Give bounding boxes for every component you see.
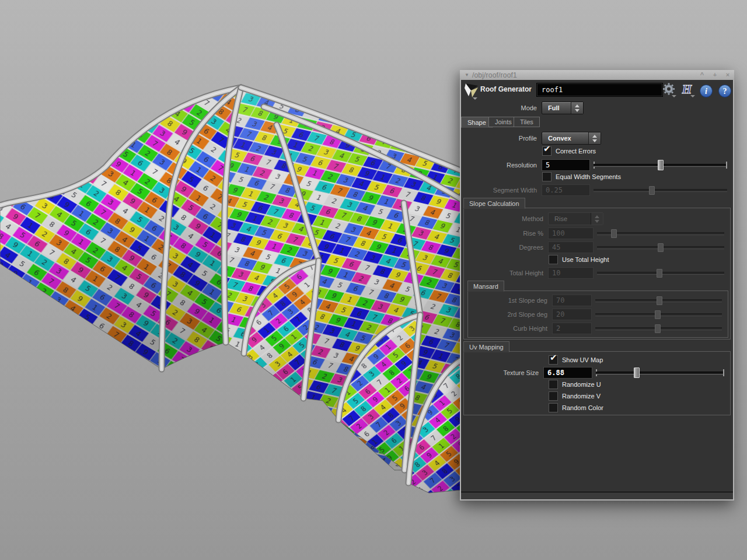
method-value: Rise (549, 213, 591, 225)
texture-size-field[interactable]: 6.88 (543, 367, 592, 379)
mode-value: Full (542, 102, 571, 114)
first-slope-slider[interactable] (595, 295, 722, 306)
total-height-row: Total Height 10 (464, 267, 728, 279)
parameter-panel: Roof Generator roof1 H (461, 80, 733, 492)
use-total-height-checkbox[interactable]: ✔ (549, 255, 558, 264)
show-uv-label: Show UV Map (562, 356, 603, 363)
curb-height-field[interactable]: 2 (552, 323, 592, 334)
info-icon[interactable]: i (699, 84, 713, 98)
node-type-label: Roof Generator (480, 85, 532, 93)
rise-label: Rise % (464, 230, 543, 237)
correct-errors-label: Correct Errors (556, 148, 596, 155)
tab-tiles[interactable]: Tiles (514, 117, 540, 127)
mode-label: Mode (461, 104, 537, 111)
uv-mapping-group: ✔ Show UV Map Texture Size 6.88 ✔ Random… (463, 351, 731, 415)
random-color-label: Random Color (562, 404, 603, 411)
segment-width-field[interactable]: 0.25 (542, 184, 590, 196)
slope-calculation-group: Method Rise Rise % 100 Degrees 45 (463, 208, 731, 340)
titlebar-collapse-icon[interactable]: ▼ (465, 72, 469, 78)
first-slope-field[interactable]: 70 (552, 295, 592, 306)
first-slope-label: 1st Slope deg (468, 297, 547, 304)
mode-row: Mode Full (461, 102, 731, 114)
correct-errors-checkbox[interactable]: ✔ (542, 146, 551, 156)
degrees-label: Degrees (464, 244, 543, 251)
degrees-row: Degrees 45 (464, 241, 728, 254)
correct-errors-row: ✔ Correct Errors (461, 146, 731, 156)
spinner-arrows-icon[interactable] (588, 132, 601, 144)
mansard-group-tab[interactable]: Mansard (467, 281, 504, 292)
segment-width-label: Segment Width (461, 187, 537, 194)
svg-text:i: i (705, 87, 707, 96)
degrees-field[interactable]: 45 (548, 242, 594, 253)
window-titlebar[interactable]: ▼ /obj/roof/roof1 ^ + × (460, 70, 734, 80)
second-slope-label: 2rd Slope deg (468, 311, 547, 318)
randomize-v-checkbox[interactable]: ✔ (549, 391, 558, 401)
method-dropdown[interactable]: Rise (548, 212, 603, 225)
close-button[interactable]: × (721, 71, 734, 79)
slider-handle[interactable] (634, 368, 640, 378)
mode-dropdown[interactable]: Full (542, 102, 584, 114)
use-total-height-row: ✔ Use Total Height (464, 255, 728, 264)
resolution-row: Resolution 5 (461, 159, 731, 172)
show-uv-checkbox[interactable]: ✔ (549, 355, 558, 365)
randomize-v-label: Randomize V (562, 393, 601, 400)
total-height-label: Total Height (464, 270, 543, 276)
tab-shape[interactable]: Shape (461, 117, 493, 128)
minimize-button[interactable]: ^ (696, 71, 708, 79)
curb-height-row: Curb Height 2 (468, 322, 725, 335)
profile-dropdown[interactable]: Convex (542, 132, 601, 145)
svg-text:H: H (682, 82, 692, 96)
segment-width-slider[interactable] (594, 184, 727, 196)
randomize-u-checkbox[interactable]: ✔ (549, 380, 558, 389)
texture-size-slider[interactable] (596, 367, 724, 379)
slider-handle[interactable] (658, 160, 664, 170)
rise-field[interactable]: 100 (548, 228, 594, 239)
profile-label: Profile (461, 135, 537, 142)
spinner-arrows-icon[interactable] (571, 102, 583, 114)
maximize-button[interactable]: + (708, 71, 721, 79)
rise-slider[interactable] (597, 228, 724, 239)
resolution-label: Resolution (461, 162, 537, 169)
curb-height-slider[interactable] (595, 323, 722, 334)
equal-width-row: ✔ Equal Width Segments (461, 172, 731, 181)
window-title: /obj/roof/roof1 (472, 71, 696, 79)
profile-value: Convex (542, 132, 588, 144)
method-row: Method Rise (464, 212, 728, 225)
equal-width-label: Equal Width Segments (556, 173, 621, 180)
randomize-v-row: ✔ Randomize V (464, 391, 728, 401)
second-slope-slider[interactable] (595, 309, 722, 320)
window-resize-strip[interactable] (461, 492, 733, 499)
random-color-checkbox[interactable]: ✔ (549, 403, 558, 412)
roof-generator-node-icon[interactable] (464, 82, 480, 100)
curb-height-label: Curb Height (468, 325, 547, 332)
gear-icon[interactable] (661, 82, 677, 99)
first-slope-row: 1st Slope deg 70 (468, 294, 725, 307)
node-name-field[interactable]: roof1 (537, 83, 662, 96)
uv-mapping-group-tab[interactable]: Uv Mapping (463, 341, 509, 352)
equal-width-checkbox[interactable]: ✔ (542, 172, 551, 181)
segment-width-row: Segment Width 0.25 (461, 184, 731, 197)
texture-size-label: Texture Size (464, 369, 539, 376)
use-total-height-label: Use Total Height (562, 256, 609, 263)
total-height-field[interactable]: 10 (548, 267, 594, 279)
second-slope-field[interactable]: 20 (552, 309, 592, 320)
houdini-logo-icon[interactable]: H (679, 82, 696, 99)
randomize-u-label: Randomize U (562, 381, 601, 388)
help-icon[interactable]: ? (718, 84, 732, 98)
resolution-field[interactable]: 5 (542, 159, 590, 171)
resolution-slider[interactable] (594, 159, 727, 171)
svg-text:?: ? (723, 87, 727, 96)
random-color-row: ✔ Random Color (464, 403, 728, 412)
profile-row: Profile Convex (461, 132, 731, 145)
show-uv-row: ✔ Show UV Map (464, 355, 728, 365)
method-label: Method (464, 215, 543, 222)
slope-calculation-group-tab[interactable]: Slope Calculation (463, 198, 525, 209)
degrees-slider[interactable] (597, 242, 724, 253)
total-height-slider[interactable] (597, 267, 724, 279)
node-header: Roof Generator roof1 H (461, 80, 731, 99)
houdini-workspace: 1234567895678912349123456784567891238912… (0, 0, 747, 560)
parameter-window: ▼ /obj/roof/roof1 ^ + × Roof Generator r… (460, 70, 734, 501)
spinner-arrows-icon[interactable] (591, 213, 603, 225)
randomize-u-row: ✔ Randomize U (464, 380, 728, 389)
check-icon: ✔ (543, 144, 551, 154)
